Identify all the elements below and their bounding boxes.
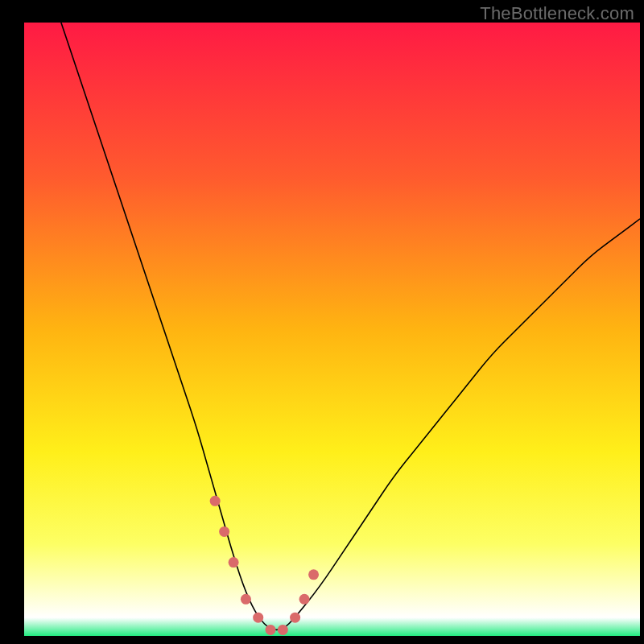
highlight-dot xyxy=(241,594,251,605)
watermark-text: TheBottleneck.com xyxy=(480,3,634,24)
plot-background xyxy=(24,23,640,636)
highlight-dot xyxy=(308,569,319,580)
highlight-dot xyxy=(290,613,300,623)
highlight-dot xyxy=(210,496,221,506)
highlight-dot xyxy=(229,557,239,568)
highlight-dot xyxy=(266,625,276,635)
highlight-dot xyxy=(278,625,288,635)
highlight-dot xyxy=(219,526,229,537)
bottleneck-chart xyxy=(0,0,644,644)
highlight-dot xyxy=(253,613,263,623)
highlight-dot xyxy=(299,594,310,605)
